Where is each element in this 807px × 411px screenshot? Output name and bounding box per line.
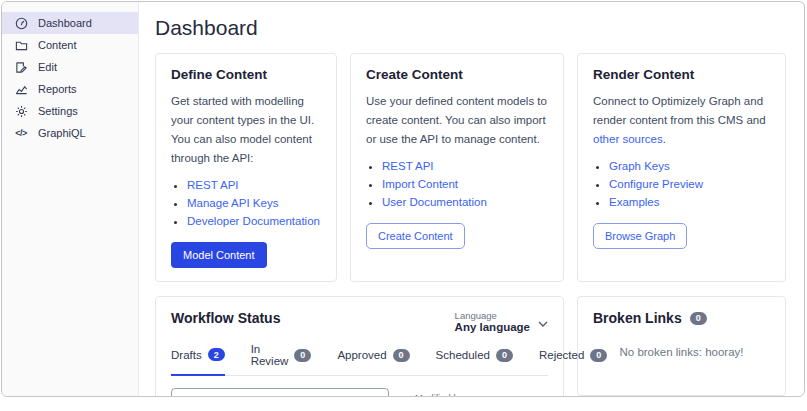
workflow-status-card: Workflow Status Language Any language Dr… [155, 296, 564, 396]
list-item: REST API [187, 177, 321, 195]
main-content: Dashboard Define Content Get started wit… [139, 2, 804, 396]
tab-rejected[interactable]: Rejected 0 [539, 343, 607, 375]
filter-search-box [171, 388, 389, 396]
sidebar: Dashboard Content Edit [2, 2, 139, 396]
sidebar-item-label: Content [38, 39, 77, 51]
developer-documentation-link[interactable]: Developer Documentation [187, 215, 320, 227]
gear-icon [14, 104, 28, 118]
modified-by-dropdown[interactable]: Modified by Anyone [415, 392, 482, 396]
manage-api-keys-link[interactable]: Manage API Keys [187, 197, 278, 209]
chevron-down-icon [472, 394, 482, 396]
language-dropdown[interactable]: Language Any language [455, 310, 548, 333]
card-body-text: . [663, 133, 666, 145]
list-item: Configure Preview [609, 176, 770, 194]
chart-icon [14, 82, 28, 96]
broken-links-count-badge: 0 [690, 312, 707, 325]
card-title: Define Content [171, 67, 321, 82]
sidebar-item-label: Reports [38, 83, 77, 95]
edit-icon [14, 60, 28, 74]
search-icon [181, 394, 193, 396]
language-value: Any language [455, 321, 530, 333]
tab-drafts[interactable]: Drafts 2 [171, 343, 225, 376]
sidebar-item-label: Edit [38, 61, 57, 73]
sidebar-item-content[interactable]: Content [2, 34, 138, 56]
list-item: Examples [609, 194, 770, 212]
tab-label: Rejected [539, 349, 584, 361]
model-content-button[interactable]: Model Content [171, 242, 267, 268]
card-title: Create Content [366, 67, 548, 82]
user-documentation-link[interactable]: User Documentation [382, 196, 487, 208]
list-item: Import Content [382, 176, 548, 194]
list-item: Developer Documentation [187, 213, 321, 231]
tab-scheduled[interactable]: Scheduled 0 [436, 343, 513, 375]
card-body-text: Connect to Optimizely Graph and render c… [593, 95, 766, 126]
dashboard-grid: Define Content Get started with modellin… [155, 53, 786, 396]
other-sources-link[interactable]: other sources [593, 133, 663, 145]
define-content-card: Define Content Get started with modellin… [155, 53, 337, 282]
tab-approved[interactable]: Approved 0 [337, 343, 409, 375]
tab-count-badge: 0 [294, 349, 311, 362]
card-title: Render Content [593, 67, 770, 82]
list-item: User Documentation [382, 194, 548, 212]
sidebar-item-label: Settings [38, 105, 78, 117]
tab-count-badge: 2 [208, 348, 225, 361]
list-item: Graph Keys [609, 158, 770, 176]
workflow-status-title: Workflow Status [171, 310, 280, 326]
modified-by-label: Modified by [415, 392, 464, 396]
sidebar-item-settings[interactable]: Settings [2, 100, 138, 122]
app-window: Dashboard Content Edit [1, 1, 805, 397]
rest-api-link[interactable]: REST API [382, 160, 434, 172]
create-content-card: Create Content Use your defined content … [350, 53, 564, 282]
tab-count-badge: 0 [393, 349, 410, 362]
sidebar-item-label: Dashboard [38, 17, 92, 29]
card-link-list: REST API Import Content User Documentati… [366, 158, 548, 211]
page-title: Dashboard [155, 16, 786, 40]
workflow-tabs: Drafts 2 In Review 0 Approved 0 Schedule… [171, 343, 548, 376]
chevron-down-icon [538, 313, 548, 331]
card-link-list: Graph Keys Configure Preview Examples [593, 158, 770, 211]
tab-count-badge: 0 [496, 349, 513, 362]
gauge-icon [14, 16, 28, 30]
browse-graph-button[interactable]: Browse Graph [593, 223, 687, 249]
sidebar-item-label: GraphiQL [38, 127, 86, 139]
configure-preview-link[interactable]: Configure Preview [609, 178, 703, 190]
folder-icon [14, 38, 28, 52]
card-body: Get started with modelling your content … [171, 92, 321, 168]
tab-label: Drafts [171, 349, 202, 361]
tab-label: Scheduled [436, 349, 490, 361]
card-body: Use your defined content models to creat… [366, 92, 548, 149]
rest-api-link[interactable]: REST API [187, 179, 239, 191]
tab-count-badge: 0 [590, 349, 607, 362]
broken-links-message: No broken links: hooray! [593, 346, 770, 358]
tab-label: Approved [337, 349, 386, 361]
sidebar-item-reports[interactable]: Reports [2, 78, 138, 100]
tab-in-review[interactable]: In Review 0 [251, 343, 312, 375]
create-content-button[interactable]: Create Content [366, 223, 465, 249]
tab-label: In Review [251, 343, 289, 367]
sidebar-item-graphiql[interactable]: </> GraphiQL [2, 122, 138, 144]
card-link-list: REST API Manage API Keys Developer Docum… [171, 177, 321, 230]
list-item: REST API [382, 158, 548, 176]
list-item: Manage API Keys [187, 195, 321, 213]
graph-keys-link[interactable]: Graph Keys [609, 160, 670, 172]
language-label: Language [455, 310, 530, 321]
sidebar-item-edit[interactable]: Edit [2, 56, 138, 78]
sidebar-item-dashboard[interactable]: Dashboard [2, 12, 138, 34]
render-content-card: Render Content Connect to Optimizely Gra… [577, 53, 786, 282]
broken-links-title: Broken Links [593, 310, 682, 326]
broken-links-card: Broken Links 0 No broken links: hooray! [577, 296, 786, 396]
examples-link[interactable]: Examples [609, 196, 660, 208]
code-icon: </> [14, 126, 28, 140]
card-body: Connect to Optimizely Graph and render c… [593, 92, 770, 149]
import-content-link[interactable]: Import Content [382, 178, 458, 190]
